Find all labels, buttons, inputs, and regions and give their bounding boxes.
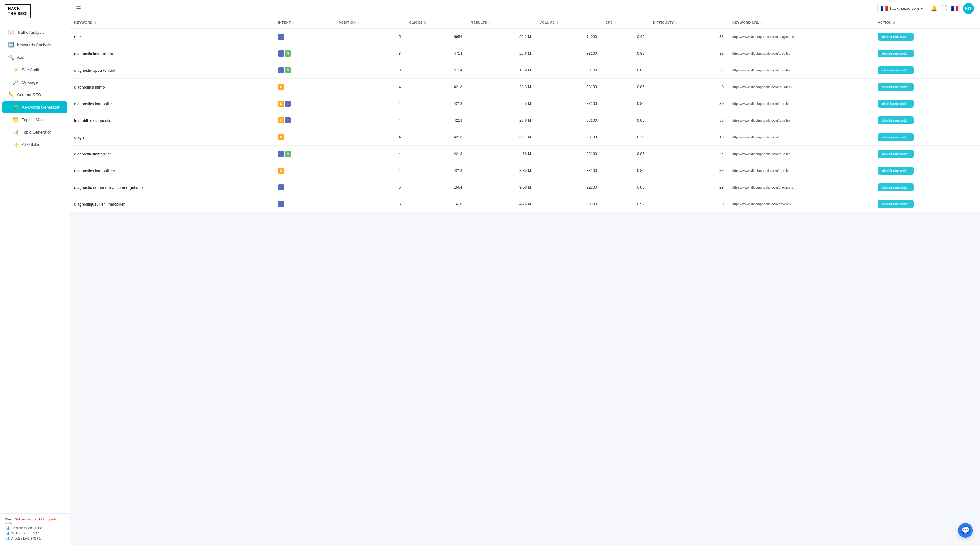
col-header-volume[interactable]: VOLUME⇅ xyxy=(535,17,601,28)
table-body: dpeI5665652.2 M740000.4533https://www.al… xyxy=(70,28,980,213)
topbar-left: ☰ xyxy=(76,5,81,12)
col-header-intent[interactable]: INTENT⇅ xyxy=(274,17,334,28)
keywords-table: KEYWORD⇅INTENT⇅POSITION⇅CLICKS⇅RESULTS⇅V… xyxy=(70,17,980,213)
col-header-clicks[interactable]: CLICKS⇅ xyxy=(405,17,466,28)
intent-cell-5: CI xyxy=(274,112,334,129)
sidebar-item-keywords-generator[interactable]: 🧩 Keywords Generator xyxy=(2,101,67,113)
fullscreen-icon[interactable]: ⛶ xyxy=(942,5,947,11)
action-button-7[interactable]: choisir une option xyxy=(878,150,914,158)
col-header-cpc[interactable]: CPC⇅ xyxy=(601,17,649,28)
sidebar-item-traffic-analysis[interactable]: 📈 Traffic Analysis xyxy=(2,27,67,38)
position-cell-0: 5 xyxy=(334,28,405,45)
logo[interactable]: HACK THE SEO! xyxy=(5,4,31,18)
volume-cell-7: 33100 xyxy=(535,146,601,163)
results-cell-5: 20.8 M xyxy=(466,112,535,129)
chat-icon: 💬 xyxy=(961,526,970,534)
intent-cell-2: IN xyxy=(274,62,334,79)
action-button-6[interactable]: choisir une option xyxy=(878,133,914,141)
plan-status: Not subscribed xyxy=(14,517,40,521)
url-cell-9: https://www.allodiagnostic.com/diagnosti… xyxy=(728,179,873,196)
keyword-cell-7: diagnostic immobilier xyxy=(70,146,274,163)
col-header-difficulty[interactable]: DIFFICULTY⇅ xyxy=(649,17,728,28)
sidebar-item-keywords-analysis[interactable]: 🔤 Keywords Analysis xyxy=(2,39,67,51)
col-header-position[interactable]: POSITION⇅ xyxy=(334,17,405,28)
position-cell-10: 3 xyxy=(334,196,405,213)
col-header-results[interactable]: RESULTS⇅ xyxy=(466,17,535,28)
stat-label: Websites Left xyxy=(11,531,31,535)
action-button-2[interactable]: choisir une option xyxy=(878,66,914,74)
stat-icon: 📊 xyxy=(5,526,10,530)
keyword-cell-10: diagnostiqueur en immobilier xyxy=(70,196,274,213)
hamburger-menu[interactable]: ☰ xyxy=(76,5,81,12)
intent-badge-c: C xyxy=(278,84,284,90)
cpc-cell-9: 0.68 xyxy=(601,179,649,196)
intent-badge-i: I xyxy=(278,34,284,40)
intent-badge-c: C xyxy=(278,134,284,140)
notification-bell-icon[interactable]: 🔔 xyxy=(931,5,937,12)
position-cell-9: 6 xyxy=(334,179,405,196)
cpc-cell-6: 0.72 xyxy=(601,129,649,146)
url-cell-5: https://www.allodiagnostic.com/tous-les-… xyxy=(728,112,873,129)
intent-cell-10: I xyxy=(274,196,334,213)
action-button-3[interactable]: choisir une option xyxy=(878,83,914,91)
avatar[interactable]: HTS xyxy=(963,3,974,14)
action-button-1[interactable]: choisir une option xyxy=(878,49,914,57)
domain-selector[interactable]: 🇫🇷 hacktheseo.com ▾ xyxy=(877,3,926,14)
stat-value: 5 / 1 xyxy=(33,531,40,535)
intent-badge-i: I xyxy=(285,117,291,123)
flag-icon: 🇫🇷 xyxy=(881,5,888,12)
volume-cell-4: 33100 xyxy=(535,96,601,112)
col-header-action[interactable]: ACTION⇅ xyxy=(873,17,980,28)
clicks-cell-10: 1410 xyxy=(405,196,466,213)
intent-cell-1: IN xyxy=(274,45,334,62)
volume-cell-10: 9900 xyxy=(535,196,601,213)
intent-badge-c: C xyxy=(278,117,284,123)
volume-cell-6: 33100 xyxy=(535,129,601,146)
action-button-0[interactable]: choisir une option xyxy=(878,33,914,41)
sidebar-item-ai-articles[interactable]: ✨ AI Articles xyxy=(2,139,67,151)
table-row: diagnostics immoC4421821.3 M331000.860ht… xyxy=(70,79,980,96)
table-row: immobilier diagnosticCI4421820.8 M331000… xyxy=(70,112,980,129)
cpc-cell-10: 0.92 xyxy=(601,196,649,213)
difficulty-cell-3: 0 xyxy=(649,79,728,96)
volume-cell-9: 22200 xyxy=(535,179,601,196)
volume-cell-1: 33100 xyxy=(535,45,601,62)
sidebar-item-label-content-seo: Content SEO xyxy=(17,92,41,97)
sidebar-item-site-audit[interactable]: ⚡ Site Audit xyxy=(2,64,67,76)
cpc-cell-8: 0.86 xyxy=(601,163,649,179)
intent-cell-9: I xyxy=(274,179,334,196)
sidebar-item-content-seo[interactable]: ✏️ Content SEO xyxy=(2,89,67,101)
keyword-cell-6: diagn xyxy=(70,129,274,146)
difficulty-cell-7: 44 xyxy=(649,146,728,163)
difficulty-cell-2: 31 xyxy=(649,62,728,79)
url-cell-10: https://www.allodiagnostic.com/devenir-.… xyxy=(728,196,873,213)
sidebar-item-audit[interactable]: 🔍 Audit xyxy=(2,51,67,63)
action-cell-6: choisir une option xyxy=(873,129,980,146)
position-cell-1: 3 xyxy=(334,45,405,62)
clicks-cell-4: 4218 xyxy=(405,96,466,112)
action-button-10[interactable]: choisir une option xyxy=(878,200,914,208)
sidebar-item-topical-map[interactable]: 🗂️ Topical Map xyxy=(2,114,67,126)
sidebar-item-label-site-audit: Site Audit xyxy=(22,67,39,72)
action-button-9[interactable]: choisir une option xyxy=(878,183,914,191)
table-row: diagnostic de performance énergétiqueI61… xyxy=(70,179,980,196)
chat-bubble[interactable]: 💬 xyxy=(958,523,973,538)
sidebar-item-on-page[interactable]: 🔎 On-page xyxy=(2,76,67,88)
col-header-keyword[interactable]: KEYWORD⇅ xyxy=(70,17,274,28)
results-cell-4: 5.5 M xyxy=(466,96,535,112)
url-cell-8: https://www.allodiagnostic.com/tous-les-… xyxy=(728,163,873,179)
sidebar-item-topic-generator[interactable]: 📝 Topic Generator xyxy=(2,126,67,138)
col-header-keyword_url[interactable]: KEYWORD URL⇅ xyxy=(728,17,873,28)
action-cell-0: choisir une option xyxy=(873,28,980,45)
dropdown-arrow-icon: ▾ xyxy=(921,6,923,11)
language-flag-icon[interactable]: 🇫🇷 xyxy=(951,5,959,12)
url-cell-2: https://www.allodiagnostic.com/tous-les-… xyxy=(728,62,873,79)
table-row: dpeI5665652.2 M740000.4533https://www.al… xyxy=(70,28,980,45)
action-button-8[interactable]: choisir une option xyxy=(878,167,914,175)
action-button-5[interactable]: choisir une option xyxy=(878,116,914,124)
intent-badge-n: N xyxy=(285,151,291,157)
sidebar-item-label-on-page: On-page xyxy=(22,80,38,84)
sidebar-logo: HACK THE SEO! xyxy=(0,0,70,23)
on-page-icon: 🔎 xyxy=(13,80,19,85)
action-button-4[interactable]: choisir une option xyxy=(878,100,914,108)
